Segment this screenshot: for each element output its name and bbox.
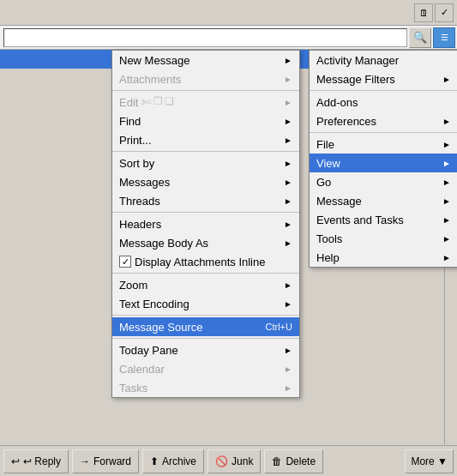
toolbar: 🗓 ✓ [0, 0, 457, 26]
menu-item-edit: Edit ✄ ❐ ❑ ► [112, 93, 299, 111]
new-message-label: New Message [119, 54, 189, 67]
menu-item-today-pane[interactable]: Today Pane ► [112, 340, 299, 359]
edit-icons: ✄ ❐ ❑ [141, 95, 174, 109]
headers-label: Headers [119, 218, 161, 231]
archive-icon: ⬆ [150, 455, 159, 467]
edit-label: Edit [119, 96, 138, 109]
menu-item-add-ons[interactable]: Add-ons [310, 93, 457, 111]
events-and-tasks-arrow: ► [442, 215, 451, 225]
calendar-arrow: ► [284, 365, 292, 374]
menu-item-print[interactable]: Print... ► [112, 130, 299, 149]
print-label: Print... [119, 134, 152, 147]
headers-arrow: ► [284, 220, 292, 229]
calendar-label: Calendar [119, 363, 165, 376]
menu-item-help[interactable]: Help ► [310, 248, 457, 267]
edit-arrow: ► [284, 98, 292, 107]
menu-item-tools[interactable]: Tools ► [310, 229, 457, 248]
searchbar: 🔍 ☰ [0, 26, 457, 50]
message-source-shortcut: Ctrl+U [249, 322, 292, 332]
app-menu: Activity Manager Message Filters ► Add-o… [309, 50, 457, 268]
threads-label: Threads [119, 195, 160, 208]
menu-item-events-and-tasks[interactable]: Events and Tasks ► [310, 210, 457, 229]
view-submenu: New Message ► Attachments ► Edit ✄ ❐ ❑ ►… [111, 50, 300, 398]
delete-button[interactable]: 🗑 Delete [264, 449, 323, 473]
forward-button[interactable]: → Forward [72, 449, 139, 473]
help-label: Help [316, 251, 340, 264]
messages-label: Messages [119, 176, 170, 189]
tools-arrow: ► [442, 234, 451, 244]
menu-item-message[interactable]: Message ► [310, 191, 457, 210]
view-label: View [316, 157, 340, 170]
message-filters-label: Message Filters [316, 73, 395, 86]
menu-item-zoom[interactable]: Zoom ► [112, 275, 299, 294]
menu-item-calendar: Calendar ► [112, 359, 299, 378]
archive-label: Archive [162, 455, 196, 467]
zoom-label: Zoom [119, 279, 147, 292]
right-separator-1 [310, 90, 457, 91]
delete-icon: 🗑 [272, 455, 282, 467]
hamburger-menu-button[interactable]: ☰ [433, 27, 455, 48]
menu-item-go[interactable]: Go ► [310, 172, 457, 191]
help-arrow: ► [442, 253, 451, 262]
menu-item-messages[interactable]: Messages ► [112, 172, 299, 191]
preferences-label: Preferences [316, 115, 376, 128]
forward-label: Forward [93, 455, 131, 467]
forward-icon: → [80, 455, 90, 467]
reply-button[interactable]: ↩ ↩ Reply [3, 449, 69, 473]
message-body-as-label: Message Body As [119, 237, 208, 250]
junk-button[interactable]: 🚫 Junk [207, 449, 261, 473]
menu-item-display-attachments[interactable]: ✓ Display Attachments Inline [112, 252, 299, 271]
events-and-tasks-label: Events and Tasks [316, 214, 404, 226]
menu-item-activity-manager[interactable]: Activity Manager [310, 51, 457, 69]
message-label: Message [316, 195, 362, 208]
menu-item-new-message[interactable]: New Message ► [112, 51, 299, 69]
archive-button[interactable]: ⬆ Archive [142, 449, 204, 473]
junk-icon: 🚫 [215, 455, 228, 467]
separator-4 [112, 273, 299, 274]
preferences-arrow: ► [442, 117, 451, 126]
menu-item-text-encoding[interactable]: Text Encoding ► [112, 294, 299, 313]
find-label: Find [119, 115, 141, 128]
activity-manager-label: Activity Manager [316, 54, 399, 67]
menu-item-preferences[interactable]: Preferences ► [310, 111, 457, 130]
menu-item-find[interactable]: Find ► [112, 111, 299, 130]
tasks-icon: ✓ [441, 7, 448, 18]
zoom-arrow: ► [284, 280, 292, 290]
menu-item-message-filters[interactable]: Message Filters ► [310, 69, 457, 88]
right-separator-2 [310, 132, 457, 133]
delete-label: Delete [286, 455, 316, 467]
menu-item-message-body-as[interactable]: Message Body As ► [112, 233, 299, 252]
more-button[interactable]: More ▼ [405, 449, 454, 473]
toolbar-icon-1[interactable]: 🗓 [414, 3, 433, 22]
separator-1 [112, 90, 299, 91]
menu-item-view[interactable]: View ► [310, 154, 457, 172]
search-button[interactable]: 🔍 [409, 27, 431, 48]
menu-item-sort-by[interactable]: Sort by ► [112, 154, 299, 172]
message-body-as-arrow: ► [284, 238, 292, 248]
more-label: More ▼ [411, 455, 448, 467]
new-message-arrow: ► [284, 56, 292, 65]
menu-item-threads[interactable]: Threads ► [112, 191, 299, 210]
separator-2 [112, 151, 299, 152]
tasks-arrow: ► [284, 383, 292, 393]
toolbar-icon-2[interactable]: ✓ [435, 3, 454, 22]
calendar-icon: 🗓 [419, 8, 429, 18]
view-arrow: ► [442, 159, 451, 168]
messages-arrow: ► [284, 178, 292, 187]
menu-item-message-source[interactable]: Message Source Ctrl+U [112, 317, 299, 336]
today-pane-arrow: ► [284, 346, 292, 355]
reply-icon: ↩ [11, 455, 20, 467]
text-encoding-label: Text Encoding [119, 298, 189, 310]
search-icon: 🔍 [413, 31, 427, 44]
display-attachments-label: Display Attachments Inline [135, 256, 265, 268]
threads-arrow: ► [284, 196, 292, 206]
hamburger-icon: ☰ [441, 33, 448, 42]
message-arrow: ► [442, 196, 451, 206]
menu-item-file[interactable]: File ► [310, 135, 457, 154]
message-source-label: Message Source [119, 321, 203, 334]
menu-item-headers[interactable]: Headers ► [112, 214, 299, 233]
tasks-label: Tasks [119, 382, 147, 395]
search-input[interactable] [3, 28, 407, 47]
go-arrow: ► [442, 178, 451, 187]
attachments-label: Attachments [119, 73, 181, 86]
